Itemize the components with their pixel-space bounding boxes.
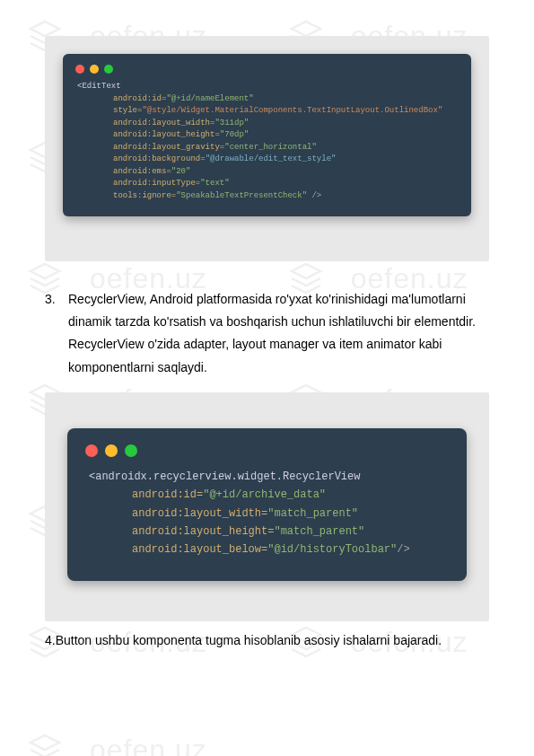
code-line: android:layout_below="@id/historyToolbar… [89,541,445,558]
stack-icon [27,732,63,756]
code-line: android:ems="20" [77,166,457,179]
code-content-1: <EditText android:id="@+id/nameElement"s… [63,81,471,216]
watermark-text: oefen.uz [90,734,207,757]
paragraph-line: RecyclerView o'zida adapter, layout mana… [68,333,476,356]
maximize-icon [104,65,113,74]
page-content: <EditText android:id="@+id/nameElement"s… [0,0,534,686]
paragraph-line: komponentlarni saqlaydi. [68,356,476,379]
close-icon [85,444,98,457]
traffic-lights [67,428,467,468]
code-line: tools:ignore="SpeakableTextPresentCheck"… [77,190,457,203]
code-block-edittext: <EditText android:id="@+id/nameElement"s… [63,54,471,216]
paragraph-button: 4.Button ushbu komponenta tugma hisoblan… [45,630,489,650]
paragraph-line: dinamik tarzda ko'rsatish va boshqarish … [68,311,476,333]
code-line: android:inputType="text" [77,178,457,190]
code-container-2: <androidx.recyclerview.widget.RecyclerVi… [45,392,489,621]
code-line: android:layout_width="match_parent" [89,505,445,523]
code-container-1: <EditText android:id="@+id/nameElement"s… [45,36,489,261]
list-number: 3. [45,288,61,379]
minimize-icon [105,444,118,457]
minimize-icon [90,65,99,74]
maximize-icon [125,444,137,457]
code-tag: <EditText [77,82,121,91]
code-tag: <androidx.recyclerview.widget.RecyclerVi… [89,470,360,483]
code-line: android:id="@+id/archive_data" [89,486,445,504]
traffic-lights [63,54,471,81]
code-line: android:layout_gravity="center_horizonta… [77,142,457,154]
code-line: style="@style/Widget.MaterialComponents.… [77,105,457,118]
paragraph-recyclerview: 3. RecyclerView, Android platformasida r… [45,288,489,379]
code-line: android:layout_height="match_parent" [89,523,445,541]
code-line: android:id="@+id/nameElement" [77,93,457,106]
code-block-recyclerview: <androidx.recyclerview.widget.RecyclerVi… [67,428,467,581]
code-line: android:layout_width="311dp" [77,118,457,130]
close-icon [75,65,84,74]
code-line: android:background="@drawable/edit_text_… [77,154,457,166]
code-content-2: <androidx.recyclerview.widget.RecyclerVi… [67,468,467,581]
code-line: android:layout_height="70dp" [77,129,457,142]
paragraph-line: RecyclerView, Android platformasida ro'y… [68,288,476,311]
